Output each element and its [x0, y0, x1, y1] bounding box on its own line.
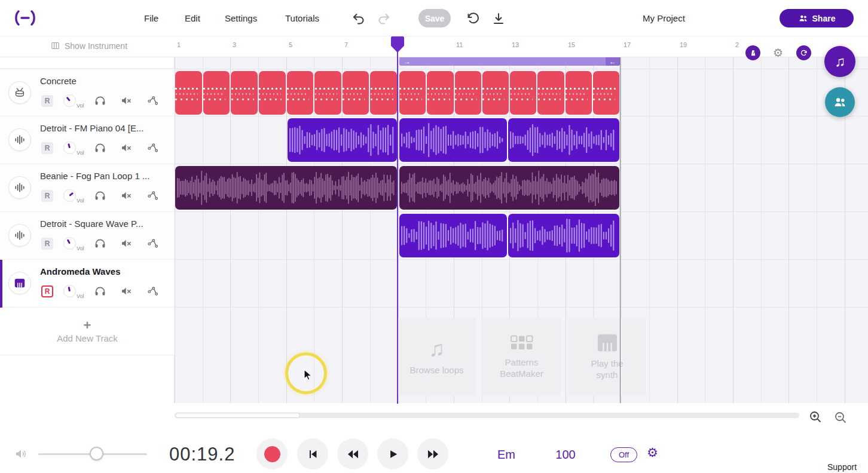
project-title[interactable]: My Project [643, 13, 685, 23]
soundwave-icon[interactable] [8, 128, 31, 151]
record-arm-button-armed[interactable]: R [41, 285, 53, 297]
history-icon[interactable] [466, 11, 480, 26]
collaboration-button[interactable] [825, 87, 855, 117]
skip-to-start-button[interactable] [297, 438, 328, 469]
mute-icon[interactable] [120, 94, 133, 107]
loop-end-handle[interactable]: ← [606, 57, 620, 66]
track-header-concrete[interactable]: Concrete R Vol [0, 69, 175, 116]
drum-clip[interactable] [175, 71, 397, 115]
vol-label: Vol [77, 293, 84, 299]
volume-knob[interactable] [63, 189, 76, 202]
fast-forward-button[interactable] [417, 438, 448, 469]
app-logo-icon[interactable] [13, 10, 37, 26]
track-name[interactable]: Concrete [40, 76, 77, 86]
solo-headphones-icon[interactable] [94, 94, 106, 107]
record-arm-button[interactable]: R [41, 190, 53, 202]
undo-icon[interactable] [352, 11, 366, 26]
master-volume-icon[interactable] [14, 447, 29, 461]
record-arm-button[interactable]: R [41, 238, 53, 250]
ruler-mark: 19 [680, 41, 687, 48]
rewind-button[interactable] [337, 438, 368, 469]
playhead-line[interactable] [397, 36, 398, 404]
audio-clip[interactable] [175, 166, 397, 210]
audio-clip[interactable] [508, 214, 619, 257]
plus-icon: + [84, 319, 91, 332]
project-key-button[interactable]: Em [495, 448, 518, 462]
volume-knob[interactable] [63, 285, 76, 297]
automation-icon[interactable] [146, 285, 159, 297]
transport-bar: 00:19.2 Em 100 Off ⚙ [0, 427, 868, 473]
automation-icon[interactable] [146, 94, 159, 107]
mute-icon[interactable] [120, 142, 133, 154]
project-tempo-button[interactable]: 100 [552, 448, 579, 462]
soundwave-icon[interactable] [8, 224, 31, 247]
download-icon[interactable] [491, 11, 506, 26]
loop-cycle-icon[interactable] [796, 45, 811, 60]
automation-icon[interactable] [146, 237, 159, 250]
share-button[interactable]: Share [780, 9, 854, 27]
zoom-out-icon[interactable] [833, 410, 848, 425]
ruler-mark: 7 [344, 41, 348, 48]
volume-knob[interactable] [63, 142, 76, 154]
solo-headphones-icon[interactable] [94, 237, 106, 250]
song-end-marker[interactable] [620, 57, 621, 403]
track-header-fm-piano[interactable]: Detroit - FM Piano 04 [E... R Vol [0, 116, 175, 164]
play-button[interactable] [377, 438, 408, 469]
audio-clip[interactable] [288, 118, 397, 162]
record-button[interactable] [256, 438, 288, 469]
record-arm-button[interactable]: R [41, 95, 53, 107]
drum-kit-icon[interactable] [8, 81, 31, 104]
automation-icon[interactable] [146, 142, 159, 154]
support-link[interactable]: Support [827, 462, 857, 472]
scrollbar-thumb[interactable] [175, 413, 300, 418]
track-header-fog-pan[interactable]: Beanie - Fog Pan Loop 1 ... R Vol [0, 164, 175, 212]
solo-headphones-icon[interactable] [94, 189, 106, 202]
mute-icon[interactable] [120, 189, 133, 202]
piano-keys-icon[interactable] [8, 272, 31, 294]
track-name[interactable]: Andromeda Waves [40, 266, 120, 277]
loop-start-arrow-icon[interactable]: → [404, 58, 411, 65]
loops-panel-button[interactable]: ♫ [824, 46, 855, 77]
track-name[interactable]: Beanie - Fog Pan Loop 1 ... [40, 171, 149, 181]
timeline-settings-gear-icon[interactable]: ⚙ [773, 47, 783, 59]
audio-clip[interactable] [399, 166, 619, 210]
mute-icon[interactable] [120, 285, 133, 297]
menu-settings[interactable]: Settings [225, 13, 257, 23]
redo-icon[interactable] [377, 11, 391, 26]
menu-file[interactable]: File [144, 13, 158, 23]
browse-loops-card[interactable]: ♫ Browse loops [398, 318, 476, 396]
volume-knob[interactable] [63, 94, 76, 107]
volume-knob[interactable] [63, 237, 76, 250]
timeline-ruler[interactable]: Show Instrument 1 3 5 7 9 11 13 15 17 19… [0, 36, 868, 57]
add-new-track-button[interactable]: + Add New Track [0, 308, 175, 355]
mute-icon[interactable] [120, 237, 133, 250]
audio-clip[interactable] [399, 118, 507, 162]
selected-track-indicator [0, 260, 2, 308]
play-synth-card[interactable]: Play the synth [568, 318, 646, 396]
soundwave-icon[interactable] [8, 176, 31, 199]
solo-headphones-icon[interactable] [94, 142, 106, 154]
metronome-toggle[interactable]: Off [610, 447, 637, 462]
drum-clip[interactable] [399, 71, 619, 115]
audio-clip[interactable] [508, 118, 619, 162]
show-instrument-toggle[interactable]: Show Instrument [50, 41, 127, 51]
metronome-icon[interactable] [745, 45, 760, 60]
ruler-mark: 3 [233, 41, 236, 48]
track-name[interactable]: Detroit - FM Piano 04 [E... [40, 123, 143, 133]
track-name[interactable]: Detroit - Square Wave P... [40, 219, 143, 229]
save-button[interactable]: Save [418, 9, 451, 27]
track-header-andromeda-waves[interactable]: Andromeda Waves R Vol [0, 260, 175, 308]
master-volume-slider-handle[interactable] [90, 447, 103, 460]
transport-settings-gear-icon[interactable]: ⚙ [643, 446, 662, 459]
loop-region-bar[interactable]: → ← [399, 57, 620, 66]
patterns-beatmaker-card[interactable]: Patterns BeatMaker [482, 318, 561, 396]
menu-tutorials[interactable]: Tutorials [285, 13, 319, 23]
menu-edit[interactable]: Edit [185, 13, 200, 23]
zoom-in-icon[interactable] [808, 410, 823, 424]
horizontal-scrollbar[interactable] [175, 413, 799, 418]
solo-headphones-icon[interactable] [94, 285, 106, 297]
record-arm-button[interactable]: R [41, 142, 53, 154]
audio-clip[interactable] [399, 214, 507, 257]
track-header-square-wave[interactable]: Detroit - Square Wave P... R Vol [0, 212, 175, 260]
automation-icon[interactable] [146, 189, 159, 202]
